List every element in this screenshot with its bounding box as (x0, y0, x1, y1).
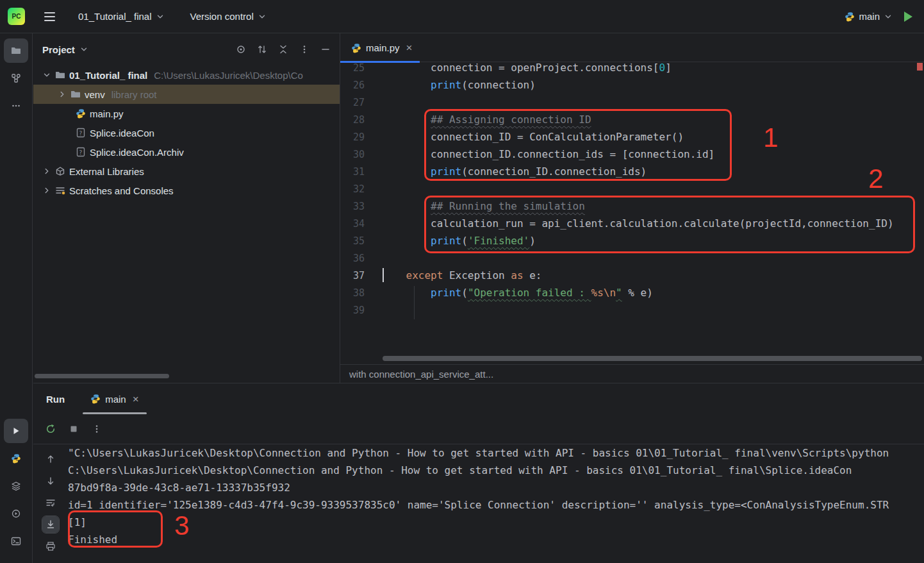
run-content: "C:\Users\LukasJuricek\Desktop\Connectio… (33, 444, 924, 563)
jump-to-next-button[interactable] (42, 473, 59, 489)
line-number: 37 (340, 270, 381, 282)
terminal-tool-button[interactable] (4, 529, 28, 553)
run-button[interactable] (904, 12, 912, 22)
jump-to-previous-button[interactable] (42, 451, 59, 467)
tree-item-scratches[interactable]: Scratches and Consoles (33, 181, 340, 200)
chevron-right-icon[interactable] (42, 167, 51, 176)
code-line[interactable]: 36 (340, 249, 924, 267)
more-options-button[interactable] (90, 423, 103, 435)
console-line: Finished (68, 531, 924, 548)
structure-tool-button[interactable] (4, 66, 28, 90)
text-caret (383, 268, 384, 282)
breadcrumbs-bar[interactable]: with connection_api_service_att... (340, 364, 924, 383)
tree-item-venv[interactable]: venv library root (33, 85, 340, 104)
close-tab-icon[interactable]: × (133, 394, 139, 405)
tree-item-project-root[interactable]: 01_Tutorial_ final C:\Users\LukasJuricek… (33, 65, 340, 85)
chevron-right-icon[interactable] (42, 186, 51, 195)
code-line[interactable]: 38 print("Operation failed : %s\n" % e) (340, 284, 924, 301)
console-line: "C:\Users\LukasJuricek\Desktop\Connectio… (68, 444, 924, 462)
close-tab-icon[interactable]: × (406, 42, 413, 53)
project-panel-header: Project (33, 33, 340, 65)
tree-item-main-py[interactable]: main.py (33, 104, 340, 123)
code-line[interactable]: 30 connection_ID.connection_ids = [conne… (340, 146, 924, 163)
chevron-down-icon[interactable] (42, 71, 51, 80)
code-line[interactable]: 32 (340, 180, 924, 197)
code-line[interactable]: 29 connection_ID = ConCalculationParamet… (340, 128, 924, 146)
hamburger-menu-icon[interactable] (44, 12, 55, 21)
more-tool-windows-button[interactable] (4, 94, 28, 118)
line-number: 27 (340, 97, 381, 108)
horizontal-scrollbar[interactable] (35, 374, 169, 378)
line-number: 26 (340, 80, 381, 91)
tree-item-hint: library root (111, 89, 157, 100)
chevron-right-icon[interactable] (58, 90, 67, 99)
tree-item-label: Splice.ideaCon (90, 128, 154, 139)
more-horizontal-icon (11, 101, 21, 111)
print-button[interactable] (42, 538, 59, 555)
code-line[interactable]: 27 (340, 94, 924, 111)
run-tool-button[interactable] (4, 419, 28, 443)
code-line[interactable]: 26 print(connection) (340, 76, 924, 94)
code-text: connection = openProject.connections[0] (381, 63, 672, 74)
tree-item-external-libraries[interactable]: External Libraries (33, 162, 340, 181)
code-text: print(connection) (381, 79, 536, 91)
version-control-widget[interactable]: Version control (190, 11, 267, 22)
code-editor[interactable]: 25 connection = openProject.connections[… (340, 63, 924, 356)
problems-tool-button[interactable] (4, 501, 28, 526)
project-tool-button[interactable] (4, 38, 28, 63)
tree-item-label: venv (85, 89, 105, 100)
console-line: C:\Users\LukasJuricek\Desktop\Connection… (68, 462, 924, 479)
tab-main-py[interactable]: main.py × (340, 33, 420, 62)
services-tool-button[interactable] (4, 474, 28, 498)
rerun-button[interactable] (44, 423, 57, 435)
horizontal-scrollbar[interactable] (383, 356, 922, 361)
chevron-down-icon[interactable] (79, 45, 88, 54)
soft-wrap-button[interactable] (42, 494, 59, 511)
python-icon (76, 108, 86, 119)
pycharm-logo[interactable]: PC (8, 8, 25, 25)
tree-item-splice-ideacon-archiv[interactable]: Splice.ideaCon.Archiv (33, 142, 340, 162)
code-line[interactable]: 33 ## Running the simulation (340, 197, 924, 215)
code-lines: 25 connection = openProject.connections[… (340, 63, 924, 319)
code-line[interactable]: 28 ## Assigning connection ID (340, 111, 924, 128)
soft-wrap-icon (45, 498, 56, 508)
console-output[interactable]: "C:\Users\LukasJuricek\Desktop\Connectio… (68, 444, 924, 563)
code-line[interactable]: 35 print('Finished') (340, 232, 924, 249)
project-widget[interactable]: 01_Tutorial_ final (78, 11, 165, 22)
annotation-label-3: 3 (174, 512, 189, 539)
arrow-up-icon (45, 454, 56, 464)
code-line[interactable]: 37 except Exception as e: (340, 267, 924, 284)
more-options-button[interactable] (299, 44, 309, 55)
run-configuration-label: main (859, 11, 880, 22)
library-icon (55, 166, 65, 176)
tab-label: main.py (366, 42, 400, 53)
terminal-icon (11, 536, 21, 546)
run-panel-header: Run main × (33, 383, 924, 414)
folder-icon (11, 46, 21, 56)
code-line[interactable]: 25 connection = openProject.connections[… (340, 63, 924, 76)
select-opened-file-button[interactable] (235, 44, 246, 55)
run-tab-main[interactable]: main × (81, 383, 147, 414)
code-text: print('Finished') (381, 235, 536, 247)
breadcrumb-item[interactable]: with connection_api_service_att... (349, 369, 493, 380)
code-line[interactable]: 31 print(connection_ID.connection_ids) (340, 163, 924, 180)
code-line[interactable]: 34 calculation_run = api_client.calculat… (340, 215, 924, 232)
scroll-to-end-button[interactable] (42, 516, 59, 533)
line-number: 30 (340, 149, 381, 160)
code-text: ## Assigning connection ID (381, 113, 591, 126)
tree-item-label: Splice.ideaCon.Archiv (90, 147, 184, 158)
code-text: connection_ID = ConCalculationParameter(… (381, 131, 684, 143)
expand-collapse-button[interactable] (256, 44, 267, 55)
tree-item-splice-ideacon[interactable]: Splice.ideaCon (33, 123, 340, 142)
rerun-icon (45, 424, 56, 434)
collapse-all-button[interactable] (277, 44, 288, 55)
play-icon (11, 426, 21, 436)
python-console-tool-button[interactable] (4, 446, 28, 471)
editor-area: main.py × 25 connection = openProject.co… (340, 33, 924, 383)
hide-panel-button[interactable] (320, 44, 331, 55)
line-number: 36 (340, 253, 381, 264)
project-panel-title[interactable]: Project (42, 44, 75, 55)
stop-button[interactable] (67, 423, 80, 435)
code-line[interactable]: 39 (340, 301, 924, 319)
run-configuration-selector[interactable]: main (845, 11, 893, 22)
